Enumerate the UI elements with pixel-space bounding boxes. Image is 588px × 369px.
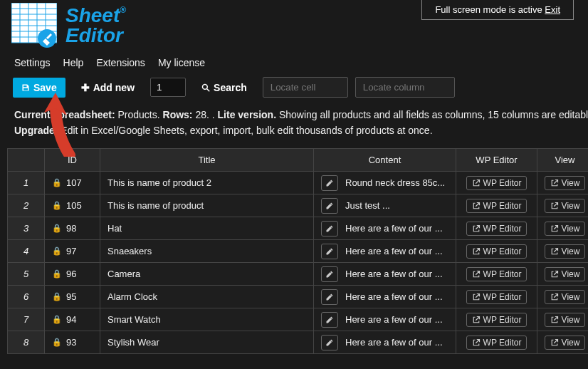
svg-point-12 [203, 84, 208, 89]
cell-id[interactable]: 🔒98 [45, 217, 100, 240]
cell-id[interactable]: 🔒107 [45, 172, 100, 194]
wp-editor-button[interactable]: WP Editor [466, 244, 527, 259]
view-button[interactable]: View [545, 222, 586, 236]
cell-content[interactable]: Round neck dress 85c... [314, 172, 456, 194]
edit-content-button[interactable] [321, 335, 338, 350]
table-row: 1🔒107This is name of product 2Round neck… [8, 172, 589, 194]
menu-help[interactable]: Help [63, 57, 84, 68]
table-row: 4🔒97SnaeakersHere are a few of our ...WP… [8, 240, 589, 263]
toolbar: Save ✚ Add new Search [0, 74, 588, 105]
row-number[interactable]: 4 [8, 240, 45, 263]
wp-editor-button[interactable]: WP Editor [466, 267, 527, 281]
cell-title[interactable]: This is name of product [100, 194, 314, 217]
row-number[interactable]: 5 [8, 263, 45, 286]
cell-id[interactable]: 🔒94 [45, 308, 100, 331]
row-number[interactable]: 7 [8, 308, 45, 331]
cell-title[interactable]: Alarm Clock [100, 286, 314, 308]
locate-cell-input[interactable] [263, 77, 348, 98]
view-button[interactable]: View [545, 176, 586, 190]
save-button[interactable]: Save [13, 78, 65, 98]
cell-view: View [537, 331, 589, 354]
col-id[interactable]: ID [45, 149, 100, 172]
cell-content[interactable]: Here are a few of our ... [314, 263, 456, 286]
menu-bar: Settings Help Extensions My license [0, 53, 588, 74]
cell-content[interactable]: Here are a few of our ... [314, 331, 456, 354]
lock-icon: 🔒 [52, 178, 62, 187]
cell-wp-editor: WP Editor [456, 217, 537, 240]
cell-wp-editor: WP Editor [456, 308, 537, 331]
col-wp-editor[interactable]: WP Editor [456, 149, 537, 172]
menu-extensions[interactable]: Extensions [96, 57, 145, 68]
edit-content-button[interactable] [321, 244, 338, 259]
row-number[interactable]: 8 [8, 331, 45, 354]
cell-title[interactable]: Stylish Wear [100, 331, 314, 354]
view-button[interactable]: View [545, 267, 586, 281]
add-count-input[interactable] [150, 78, 186, 97]
cell-view: View [537, 308, 589, 331]
cell-id[interactable]: 🔒93 [45, 331, 100, 354]
plus-icon: ✚ [81, 82, 90, 93]
cell-wp-editor: WP Editor [456, 194, 537, 217]
table-row: 5🔒96CameraHere are a few of our ...WP Ed… [8, 263, 589, 286]
table-row: 2🔒105This is name of productJust test ..… [8, 194, 589, 217]
col-content[interactable]: Content [314, 149, 456, 172]
cell-content[interactable]: Here are a few of our ... [314, 217, 456, 240]
lock-icon: 🔒 [52, 315, 62, 324]
cell-view: View [537, 286, 589, 308]
cell-title[interactable]: Smart Watch [100, 308, 314, 331]
edit-content-button[interactable] [321, 312, 338, 328]
row-number[interactable]: 3 [8, 217, 45, 240]
cell-title[interactable]: Snaeakers [100, 240, 314, 263]
cell-view: View [537, 263, 589, 286]
wp-editor-button[interactable]: WP Editor [466, 290, 527, 304]
wp-editor-button[interactable]: WP Editor [466, 199, 527, 213]
col-title[interactable]: Title [100, 149, 314, 172]
cell-title[interactable]: Camera [100, 263, 314, 286]
cell-id[interactable]: 🔒95 [45, 286, 100, 308]
wp-editor-button[interactable]: WP Editor [466, 313, 527, 327]
edit-content-button[interactable] [321, 266, 338, 282]
wp-editor-button[interactable]: WP Editor [466, 176, 527, 190]
row-number[interactable]: 6 [8, 286, 45, 308]
menu-settings[interactable]: Settings [14, 57, 51, 68]
view-button[interactable]: View [545, 290, 586, 304]
view-button[interactable]: View [545, 199, 586, 213]
add-new-button[interactable]: ✚ Add new [73, 78, 143, 98]
view-button[interactable]: View [545, 244, 586, 259]
edit-content-button[interactable] [321, 221, 338, 237]
cell-title[interactable]: This is name of product 2 [100, 172, 314, 194]
cell-view: View [537, 217, 589, 240]
lock-icon: 🔒 [52, 292, 62, 301]
header-row: ID Title Content WP Editor View [8, 149, 589, 172]
cell-content[interactable]: Here are a few of our ... [314, 240, 456, 263]
fullscreen-text: Full screen mode is active [435, 4, 542, 15]
cell-wp-editor: WP Editor [456, 263, 537, 286]
menu-license[interactable]: My license [158, 57, 205, 68]
cell-wp-editor: WP Editor [456, 240, 537, 263]
cell-content[interactable]: Here are a few of our ... [314, 286, 456, 308]
view-button[interactable]: View [545, 313, 586, 327]
col-view[interactable]: View [537, 149, 589, 172]
corner-cell [8, 149, 45, 172]
exit-fullscreen-link[interactable]: Exit [545, 4, 560, 15]
table-row: 6🔒95Alarm ClockHere are a few of our ...… [8, 286, 589, 308]
cell-id[interactable]: 🔒96 [45, 263, 100, 286]
cell-title[interactable]: Hat [100, 217, 314, 240]
logo-icon [11, 3, 57, 48]
wp-editor-button[interactable]: WP Editor [466, 222, 527, 236]
view-button[interactable]: View [545, 336, 586, 350]
cell-id[interactable]: 🔒105 [45, 194, 100, 217]
svg-line-13 [207, 88, 210, 91]
locate-column-input[interactable] [355, 77, 455, 98]
cell-content[interactable]: Here are a few of our ... [314, 308, 456, 331]
search-button[interactable]: Search [193, 78, 256, 98]
wp-editor-button[interactable]: WP Editor [466, 336, 527, 350]
cell-id[interactable]: 🔒97 [45, 240, 100, 263]
row-number[interactable]: 1 [8, 172, 45, 194]
edit-content-button[interactable] [321, 289, 338, 305]
edit-content-button[interactable] [321, 175, 338, 191]
cell-view: View [537, 194, 589, 217]
edit-content-button[interactable] [321, 198, 338, 214]
row-number[interactable]: 2 [8, 194, 45, 217]
cell-content[interactable]: Just test ... [314, 194, 456, 217]
